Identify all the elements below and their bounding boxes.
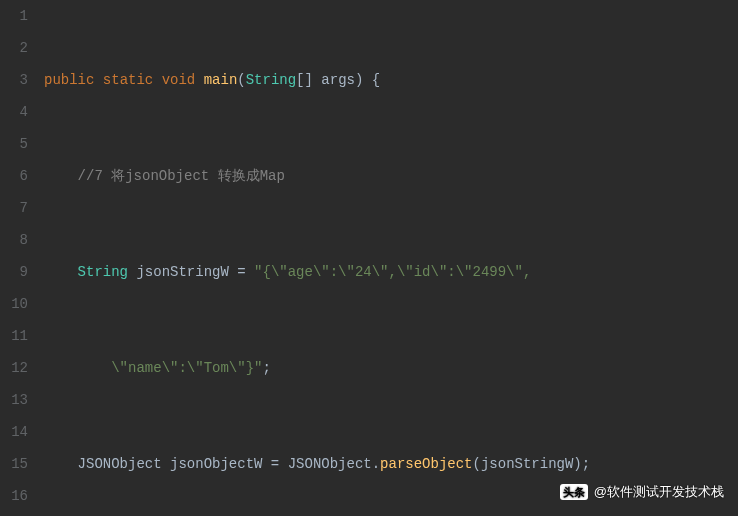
code-line: \"name\":\"Tom\"}"; bbox=[44, 352, 738, 384]
line-number: 3 bbox=[0, 64, 28, 96]
line-number: 11 bbox=[0, 320, 28, 352]
line-number: 16 bbox=[0, 480, 28, 512]
code-line: String jsonStringW = "{\"age\":\"24\",\"… bbox=[44, 256, 738, 288]
line-number-gutter: 1 2 3 4 5 6 7 8 9 10 11 12 13 14 15 16 bbox=[0, 0, 38, 516]
line-number: 4 bbox=[0, 96, 28, 128]
code-line: //7 将jsonObject 转换成Map bbox=[44, 160, 738, 192]
line-number: 10 bbox=[0, 288, 28, 320]
line-number: 2 bbox=[0, 32, 28, 64]
watermark: 头条 @软件测试开发技术栈 bbox=[560, 476, 724, 508]
code-area[interactable]: public static void main(String[] args) {… bbox=[38, 0, 738, 516]
line-number: 8 bbox=[0, 224, 28, 256]
line-number: 5 bbox=[0, 128, 28, 160]
line-number: 15 bbox=[0, 448, 28, 480]
line-number: 13 bbox=[0, 384, 28, 416]
code-editor: 1 2 3 4 5 6 7 8 9 10 11 12 13 14 15 16 p… bbox=[0, 0, 738, 516]
line-number: 12 bbox=[0, 352, 28, 384]
line-number: 14 bbox=[0, 416, 28, 448]
line-number: 1 bbox=[0, 0, 28, 32]
line-number: 7 bbox=[0, 192, 28, 224]
code-line: public static void main(String[] args) { bbox=[44, 64, 738, 96]
line-number: 6 bbox=[0, 160, 28, 192]
watermark-text: @软件测试开发技术栈 bbox=[594, 476, 724, 508]
line-number: 9 bbox=[0, 256, 28, 288]
watermark-logo: 头条 bbox=[560, 484, 588, 500]
